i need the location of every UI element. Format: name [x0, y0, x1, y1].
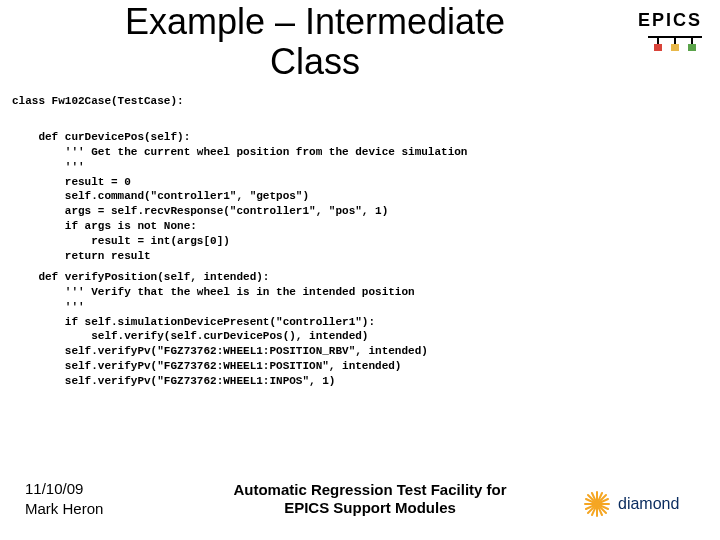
code-method-verifyposition: def verifyPosition(self, intended): ''' …: [12, 270, 428, 389]
svg-rect-4: [654, 44, 662, 51]
epics-label: EPICS: [638, 10, 702, 31]
footer-left: 11/10/09 Mark Heron: [25, 479, 103, 518]
footer-subtitle: Automatic Regression Test Facility for E…: [210, 481, 530, 519]
svg-rect-6: [688, 44, 696, 51]
slide-title: Example – Intermediate Class: [85, 2, 545, 81]
diamond-burst-icon: [582, 489, 612, 519]
diamond-logo: diamond: [582, 486, 702, 522]
code-method-curdevicepos: def curDevicePos(self): ''' Get the curr…: [12, 130, 467, 264]
slide: Example – Intermediate Class EPICS class…: [0, 0, 720, 540]
footer-author: Mark Heron: [25, 499, 103, 519]
svg-rect-5: [671, 44, 679, 51]
footer-date: 11/10/09: [25, 479, 103, 499]
diamond-logo-text: diamond: [618, 495, 679, 513]
code-class-declaration: class Fw102Case(TestCase):: [12, 95, 184, 107]
epics-icon: [648, 34, 702, 52]
